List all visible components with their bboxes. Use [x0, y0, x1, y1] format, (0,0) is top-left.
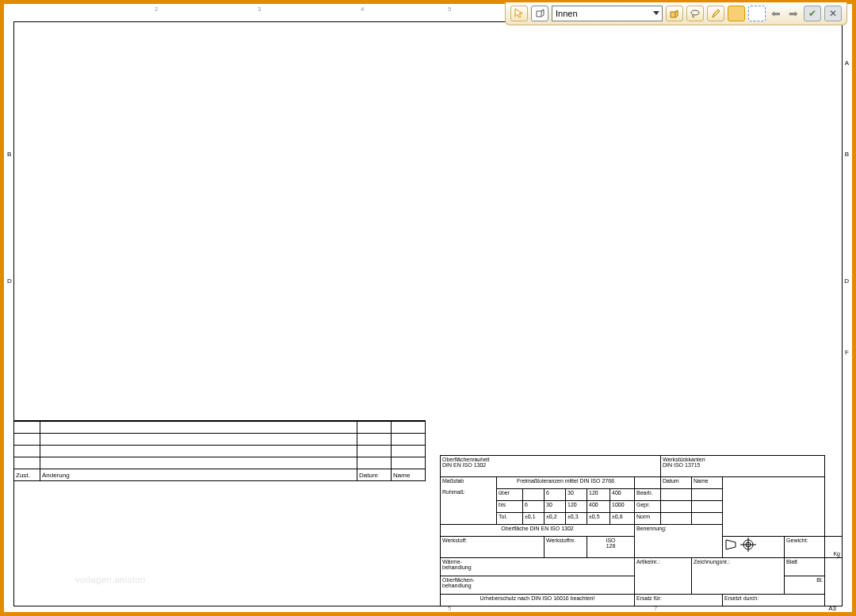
tb-c: 120: [587, 489, 610, 501]
svg-point-0: [691, 10, 699, 15]
tb-t: ±0,8: [610, 513, 635, 525]
tb-massstab: Maßstab: [442, 478, 464, 484]
tb-uber: über: [497, 489, 523, 501]
row-label: D: [7, 277, 12, 285]
chevron-down-icon: [653, 11, 659, 15]
tb-artikelnr: Artikelnr.:: [635, 558, 692, 595]
ruler-top: 4: [361, 6, 364, 13]
tb-oberfl-std: DIN EN ISO 1302: [442, 462, 486, 468]
forward-arrow-icon[interactable]: ➡: [786, 6, 801, 21]
tb-werkkant-std: DIN ISO 13715: [663, 462, 700, 468]
layer-selector[interactable]: Innen: [552, 6, 663, 21]
title-block: Oberflächenrauheit DIN EN ISO 1302 Werks…: [440, 455, 843, 606]
tb-bearb: Bearb.: [635, 489, 661, 501]
tb-urheber: Urheberschutz nach DIN ISO 16016 beachte…: [441, 595, 635, 606]
tb-name: Name: [692, 477, 723, 489]
ruler-top: 2: [155, 6, 158, 13]
tb-gewicht: Gewicht:: [786, 538, 808, 543]
tb-bis: bis: [497, 501, 523, 513]
ruler-bot: 7: [654, 605, 657, 612]
tb-t: ±0,1: [523, 513, 545, 525]
row-label: D: [844, 277, 849, 285]
tb-b: 400: [587, 501, 610, 513]
tb-freimass: Freimaßtoleranzen mittel DIN ISO 2768: [497, 477, 635, 489]
rev-datum: Datum: [357, 469, 392, 481]
tb-iso-n: 128: [606, 543, 616, 549]
row-label: A: [845, 59, 849, 67]
tb-c: 30: [566, 489, 587, 501]
lasso-icon[interactable]: [686, 6, 704, 21]
tb-b: 6: [523, 501, 545, 513]
box-icon[interactable]: [666, 6, 683, 21]
tb-zeichnr: Zeichnungsnr.:: [692, 558, 785, 595]
tb-werkstoffnr: Werkstoffnr.: [546, 538, 575, 543]
app-frame: Innen ⬅ ➡ ✔ ✕ 2 3 4 5 A B D F B D: [0, 0, 856, 616]
filled-rect-icon[interactable]: [728, 6, 745, 21]
dashed-rect-icon[interactable]: [748, 6, 766, 21]
close-icon[interactable]: ✕: [824, 6, 842, 21]
rev-anderung: Änderung: [40, 469, 357, 481]
tb-norm: Norm: [635, 513, 661, 525]
tb-tol: Tol.: [497, 513, 523, 525]
tb-c: 400: [610, 489, 635, 501]
tb-b: 120: [566, 501, 587, 513]
check-icon[interactable]: ✔: [804, 6, 821, 21]
tb-c: 6: [545, 489, 566, 501]
tb-t: ±0,2: [545, 513, 566, 525]
tb-ersetzt: Ersetzt durch:: [723, 595, 825, 606]
tb-rohmass: Rohmaß:: [442, 489, 465, 495]
tb-oberfl-hdr: Oberflächenrauheit: [442, 457, 490, 462]
tb-iso: ISO: [606, 538, 615, 543]
tb-b: 30: [545, 501, 566, 513]
tb-t: ±0,5: [587, 513, 610, 525]
revision-block: Zust. Änderung Datum Name: [13, 420, 426, 481]
tb-b: 1000: [610, 501, 635, 513]
tb-datum: Datum: [661, 477, 692, 489]
watermark: vorlagen.aniston: [75, 575, 146, 584]
tb-warme: Wärme-: [442, 559, 462, 564]
projection-symbol-icon: [724, 538, 782, 552]
tb-benennung: Benennung:: [636, 526, 667, 531]
pen-icon[interactable]: [707, 6, 724, 21]
back-arrow-icon[interactable]: ⬅: [769, 6, 783, 21]
row-label: B: [845, 151, 849, 158]
tb-gepr: Gepr.: [635, 501, 661, 513]
ruler-top: 3: [258, 6, 261, 13]
tb-oberflb: Oberflächen-: [442, 577, 474, 583]
ruler-top: 5: [448, 6, 451, 13]
cube-icon[interactable]: [531, 6, 548, 21]
cursor-icon[interactable]: [510, 6, 528, 21]
row-label: B: [7, 151, 11, 158]
row-label: F: [845, 349, 849, 356]
tb-bl: Bl.: [785, 576, 825, 595]
tb-blatt: Blatt: [785, 558, 825, 576]
rev-zust: Zust.: [14, 469, 40, 481]
tb-kg: Kg: [825, 537, 843, 558]
layer-selector-value: Innen: [556, 9, 578, 18]
tb-behand: behandlung: [442, 564, 472, 570]
tb-ersatz: Ersatz für:: [635, 595, 723, 606]
tb-werkkant-hdr: Werkstückkanten: [663, 457, 705, 462]
ruler-bot: 5: [448, 605, 451, 612]
sheet-size: A3: [828, 605, 836, 612]
floating-toolbar: Innen ⬅ ➡ ✔ ✕: [505, 2, 847, 25]
tb-werkstoff: Werkstoff:: [441, 537, 545, 558]
tb-behand2: behandlung: [442, 583, 472, 588]
tb-ober-row: Oberfläche DIN EN ISO 1302: [441, 525, 635, 537]
tb-t: ±0,3: [566, 513, 587, 525]
rev-name: Name: [392, 469, 426, 481]
